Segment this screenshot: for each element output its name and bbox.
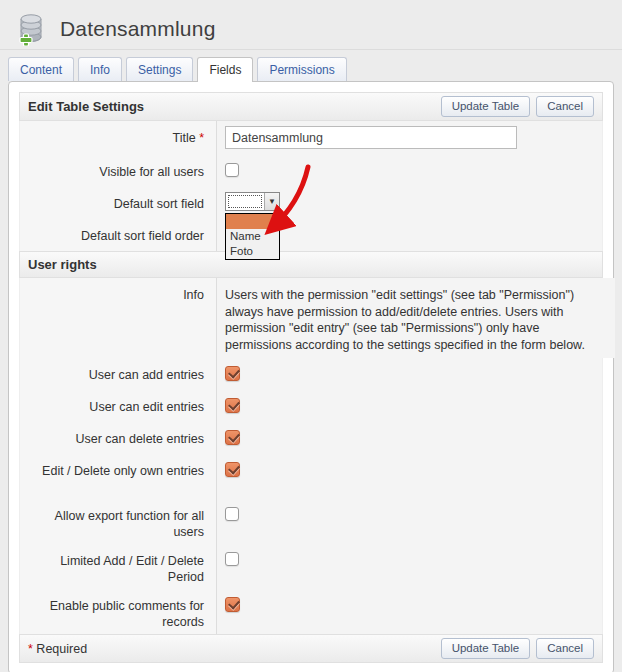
page-title: Datensammlung [60, 17, 216, 41]
edit-table-settings-bar: Edit Table Settings Update Table Cancel [19, 92, 603, 121]
checked-checkbox[interactable] [225, 366, 240, 381]
chevron-down-icon[interactable]: ▼ [264, 193, 279, 210]
settings-panel: Edit Table Settings Update Table Cancel … [8, 81, 614, 672]
info-text: Users with the permission "edit settings… [225, 283, 607, 353]
tab-permissions[interactable]: Permissions [257, 57, 346, 81]
title-row: Title * [20, 121, 602, 155]
rights-label: Allow export function for all users [20, 499, 216, 544]
rights-row: Limited Add / Edit / Delete Period [20, 544, 602, 589]
tab-content[interactable]: Content [8, 57, 74, 81]
dropdown-option-foto[interactable]: Foto [226, 244, 279, 259]
sort-field-row: Default sort field ▼ NameFoto [20, 187, 602, 219]
rights-label: Limited Add / Edit / Delete Period [20, 544, 216, 589]
update-table-button[interactable]: Update Table [441, 96, 531, 117]
tab-info[interactable]: Info [78, 57, 122, 81]
checked-checkbox[interactable] [225, 398, 240, 413]
sort-field-label: Default sort field [20, 187, 216, 219]
rights-row: User can edit entries [20, 390, 602, 422]
visible-row: Visible for all users [20, 155, 602, 187]
tab-bar: ContentInfoSettingsFieldsPermissions [8, 57, 622, 81]
rights-row: Edit / Delete only own entries [20, 454, 602, 499]
sort-order-label: Default sort field order [20, 219, 216, 251]
unchecked-checkbox[interactable] [225, 507, 239, 521]
unchecked-checkbox[interactable] [225, 552, 239, 566]
user-rights-bar: User rights [19, 251, 603, 278]
rights-label: Enable public comments for records [20, 589, 216, 634]
info-label: Info [20, 278, 216, 358]
sort-field-selected-value [228, 195, 262, 208]
dropdown-option-empty[interactable] [226, 214, 279, 229]
rights-row: Allow export function for all users [20, 499, 602, 544]
checked-checkbox[interactable] [225, 597, 240, 612]
rights-label: User can edit entries [20, 390, 216, 422]
rights-label: User can add entries [20, 358, 216, 390]
rights-row: Enable public comments for records [20, 589, 602, 634]
sort-field-select[interactable]: ▼ [225, 192, 280, 211]
required-asterisk: * [199, 131, 204, 145]
section-title-user-rights: User rights [28, 257, 97, 272]
title-input[interactable] [225, 126, 517, 149]
database-add-icon [14, 12, 48, 46]
rights-label: Edit / Delete only own entries [20, 454, 216, 499]
tab-settings[interactable]: Settings [126, 57, 193, 81]
info-row: Info Users with the permission "edit set… [20, 278, 602, 358]
section-title-edit-table: Edit Table Settings [28, 99, 144, 114]
title-label: Title * [20, 121, 216, 155]
required-asterisk: * [28, 642, 33, 656]
table-settings-form: Title * Visible for all users Default so… [19, 121, 603, 251]
sort-field-dropdown: NameFoto [225, 213, 280, 260]
sort-order-row: Default sort field order [20, 219, 602, 251]
footer-bar: * Required Update Table Cancel [19, 634, 603, 663]
cancel-button-bottom[interactable]: Cancel [536, 638, 594, 659]
dropdown-option-name[interactable]: Name [226, 229, 279, 244]
rights-label: User can delete entries [20, 422, 216, 454]
rights-row: User can delete entries [20, 422, 602, 454]
tab-fields[interactable]: Fields [197, 57, 253, 82]
checked-checkbox[interactable] [225, 430, 240, 445]
user-rights-form: Info Users with the permission "edit set… [19, 278, 603, 634]
rights-row: User can add entries [20, 358, 602, 390]
page-header: Datensammlung [0, 0, 622, 50]
checked-checkbox[interactable] [225, 462, 240, 477]
required-note: * Required [28, 642, 87, 656]
update-table-button-bottom[interactable]: Update Table [441, 638, 531, 659]
visible-label: Visible for all users [20, 155, 216, 187]
cancel-button[interactable]: Cancel [536, 96, 594, 117]
visible-checkbox[interactable] [225, 163, 239, 177]
